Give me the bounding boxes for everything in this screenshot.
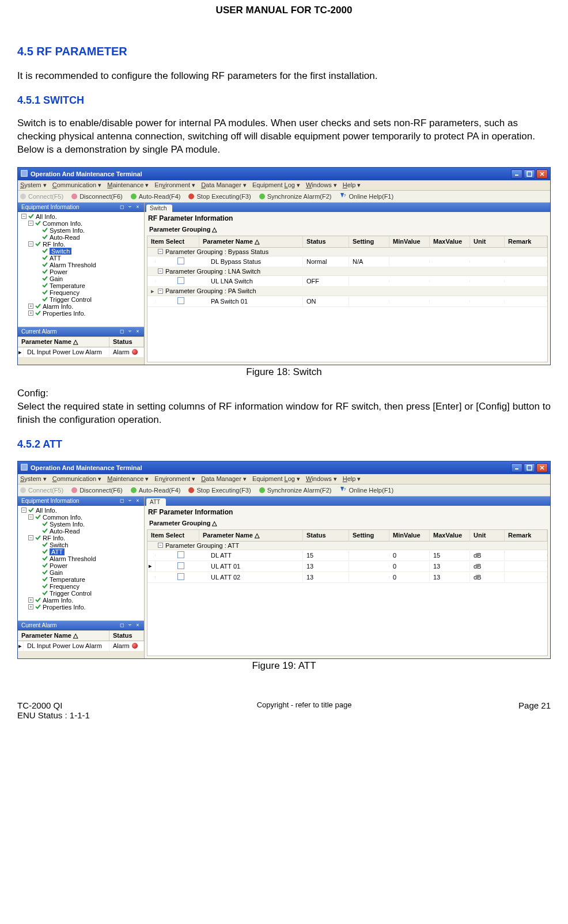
expand-icon[interactable]: −: [28, 221, 33, 226]
tree-alarm-threshold[interactable]: Alarm Threshold: [50, 262, 96, 268]
sync-alarm-button[interactable]: Synchronize Alarm(F2): [259, 487, 332, 494]
panel-pin-icon[interactable]: ⫟: [127, 328, 132, 334]
cell-setting[interactable]: [349, 300, 389, 302]
menu-windows[interactable]: Windows ▾: [306, 475, 337, 483]
sync-alarm-button[interactable]: Synchronize Alarm(F2): [259, 193, 332, 200]
close-button[interactable]: [536, 169, 548, 179]
menu-windows[interactable]: Windows ▾: [306, 181, 337, 189]
row-checkbox[interactable]: [177, 277, 184, 284]
group-row[interactable]: ▸−Parameter Grouping : PA Switch: [147, 287, 547, 296]
menu-help[interactable]: Help ▾: [343, 181, 361, 189]
tree-common-info[interactable]: Common Info.: [43, 220, 82, 227]
panel-dock-icon[interactable]: ◻: [119, 622, 124, 628]
menu-data-manager[interactable]: Data Manager ▾: [201, 475, 247, 483]
tree-alarm-info[interactable]: Alarm Info.: [43, 303, 73, 310]
tree-rf-info[interactable]: RF Info.: [43, 535, 65, 541]
col-item-select[interactable]: Item Select: [147, 530, 199, 541]
menu-communication[interactable]: Communication ▾: [52, 475, 102, 483]
connect-button[interactable]: Connect(F5): [20, 487, 63, 494]
autoread-button[interactable]: Auto-Read(F4): [131, 487, 181, 494]
panel-dock-icon[interactable]: ◻: [119, 204, 124, 210]
tree-gain[interactable]: Gain: [50, 569, 63, 576]
online-help-button[interactable]: ?Online Help(F1): [340, 486, 394, 494]
tree-frequency[interactable]: Frequency: [50, 289, 79, 296]
tree-system-info[interactable]: System Info.: [50, 521, 85, 528]
expand-icon[interactable]: −: [158, 249, 163, 254]
tree-trigger[interactable]: Trigger Control: [50, 296, 92, 303]
row-checkbox[interactable]: [177, 573, 184, 580]
connect-button[interactable]: Connect(F5): [20, 193, 63, 200]
menu-equipment-log[interactable]: Equipment Log ▾: [252, 181, 300, 189]
menu-help[interactable]: Help ▾: [343, 475, 361, 483]
maximize-button[interactable]: [524, 463, 535, 472]
row-checkbox[interactable]: [177, 257, 184, 264]
cell-setting[interactable]: N/A: [349, 257, 389, 266]
expand-icon[interactable]: +: [28, 310, 33, 316]
cell-setting[interactable]: [349, 565, 389, 567]
menu-communication[interactable]: Communication ▾: [52, 181, 102, 189]
menu-maintenance[interactable]: Maintenance ▾: [107, 475, 149, 483]
panel-close-icon[interactable]: ×: [135, 622, 141, 628]
col-remark[interactable]: Remark: [505, 236, 547, 247]
tree-temperature[interactable]: Temperature: [50, 576, 85, 583]
col-unit[interactable]: Unit: [470, 530, 505, 541]
panel-dock-icon[interactable]: ◻: [119, 498, 124, 503]
alarm-col-param[interactable]: Parameter Name △: [18, 337, 109, 347]
tree-frequency[interactable]: Frequency: [50, 583, 79, 590]
menu-system[interactable]: System ▾: [20, 181, 47, 189]
col-item-select[interactable]: Item Select: [147, 236, 199, 247]
panel-close-icon[interactable]: ×: [135, 498, 141, 503]
expand-icon[interactable]: −: [21, 508, 26, 513]
stop-button[interactable]: Stop Executing(F3): [188, 193, 251, 200]
tree-properties-info[interactable]: Properties Info.: [43, 604, 86, 611]
tree-common-info[interactable]: Common Info.: [43, 514, 82, 521]
expand-icon[interactable]: −: [28, 241, 33, 247]
tree-switch[interactable]: Switch: [50, 541, 68, 548]
tree-properties-info[interactable]: Properties Info.: [43, 310, 86, 317]
tree-power[interactable]: Power: [50, 268, 67, 275]
disconnect-button[interactable]: Disconnect(F6): [71, 193, 123, 200]
tree-autoread[interactable]: Auto-Read: [50, 234, 80, 241]
tree-all-info[interactable]: All Info.: [36, 507, 57, 514]
panel-pin-icon[interactable]: ⫟: [127, 622, 132, 628]
menu-environment[interactable]: Environment ▾: [154, 475, 195, 483]
col-setting[interactable]: Setting: [349, 236, 389, 247]
panel-close-icon[interactable]: ×: [135, 204, 141, 210]
close-button[interactable]: [536, 463, 548, 472]
tree-system-info[interactable]: System Info.: [50, 227, 85, 234]
row-checkbox[interactable]: [177, 297, 184, 304]
col-param-name[interactable]: Parameter Name △: [199, 236, 303, 247]
panel-pin-icon[interactable]: ⫟: [127, 204, 132, 210]
tree-gain[interactable]: Gain: [50, 275, 63, 282]
alarm-col-status[interactable]: Status: [109, 631, 144, 641]
expand-icon[interactable]: −: [28, 535, 33, 540]
panel-dock-icon[interactable]: ◻: [119, 328, 124, 334]
maximize-button[interactable]: [524, 169, 535, 179]
tree-trigger[interactable]: Trigger Control: [50, 590, 92, 597]
disconnect-button[interactable]: Disconnect(F6): [71, 487, 123, 494]
table-row[interactable]: DL ATT15015dB: [147, 550, 547, 561]
col-max[interactable]: MaxValue: [430, 530, 470, 541]
expand-icon[interactable]: −: [158, 268, 163, 274]
autoread-button[interactable]: Auto-Read(F4): [131, 193, 181, 200]
table-row[interactable]: PA Switch 01ON: [147, 296, 547, 307]
alarm-col-param[interactable]: Parameter Name △: [18, 631, 109, 641]
tree-power[interactable]: Power: [50, 562, 67, 569]
menu-system[interactable]: System ▾: [20, 475, 47, 483]
col-max[interactable]: MaxValue: [430, 236, 470, 247]
col-status[interactable]: Status: [303, 530, 349, 541]
col-min[interactable]: MinValue: [389, 236, 430, 247]
group-row[interactable]: −Parameter Grouping : Bypass Status: [147, 248, 547, 256]
cell-setting[interactable]: [349, 576, 389, 578]
col-unit[interactable]: Unit: [470, 236, 505, 247]
group-row[interactable]: −Parameter Grouping : LNA Switch: [147, 267, 547, 276]
tab-switch[interactable]: Switch: [146, 205, 172, 212]
row-checkbox[interactable]: [177, 551, 184, 558]
expand-icon[interactable]: −: [158, 289, 163, 294]
row-checkbox[interactable]: [177, 562, 184, 569]
panel-pin-icon[interactable]: ⫟: [127, 498, 132, 503]
alarm-row[interactable]: ▸ DL Input Power Low Alarm Alarm: [18, 347, 144, 357]
col-param-name[interactable]: Parameter Name △: [199, 530, 303, 541]
group-row[interactable]: −Parameter Grouping : ATT: [147, 541, 547, 550]
table-row[interactable]: UL LNA SwitchOFF: [147, 276, 547, 287]
